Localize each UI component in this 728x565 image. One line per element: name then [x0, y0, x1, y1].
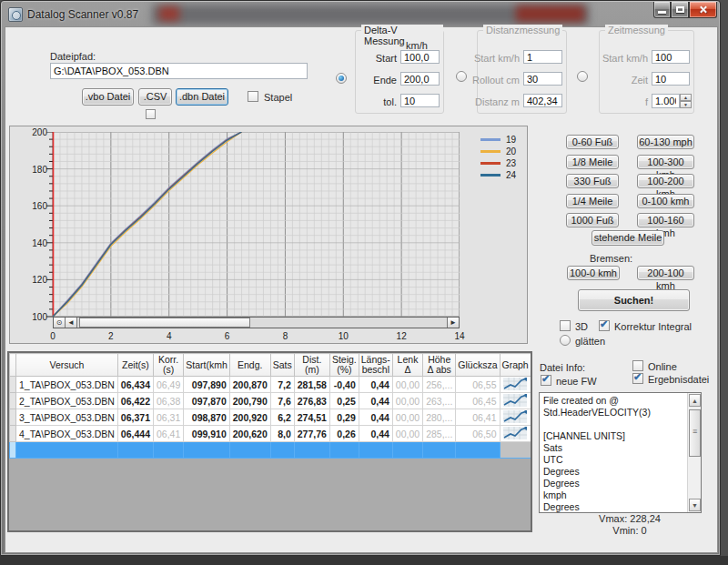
- column-header-lenk-[interactable]: Lenk Δ: [392, 354, 422, 377]
- dateipfad-input[interactable]: [50, 63, 308, 79]
- extra-checkbox[interactable]: [146, 109, 156, 119]
- speed-chart[interactable]: [46, 132, 460, 318]
- brake-200-100-button[interactable]: 200-100 kmh: [637, 266, 694, 280]
- cell-earth[interactable]: htt...: [531, 377, 532, 393]
- cell-start-empty: [184, 442, 230, 459]
- column-header-korr-s-[interactable]: Korr.(s): [153, 354, 183, 377]
- neue-fw-checkbox[interactable]: [541, 375, 551, 386]
- spinner-up-icon[interactable]: ▲: [680, 94, 692, 101]
- suchen-button[interactable]: Suchen!: [578, 289, 690, 311]
- tol-input[interactable]: [400, 94, 440, 107]
- graph-icon[interactable]: [503, 410, 527, 423]
- scroll-down-icon[interactable]: ▼: [689, 499, 701, 511]
- selected-empty-row[interactable]: [10, 442, 533, 459]
- row-selector[interactable]: [10, 426, 16, 442]
- table-row[interactable]: 3_TA\PBOX_053.DBN06,37106,31098,870200,9…: [10, 409, 533, 426]
- korrektur-checkbox[interactable]: [599, 320, 610, 331]
- row-selector[interactable]: [10, 409, 16, 426]
- y-tick-label: 140: [22, 238, 47, 248]
- brake-100-0-button[interactable]: 100-0 kmh: [567, 266, 620, 280]
- 3d-checkbox[interactable]: [560, 320, 571, 331]
- table-row[interactable]: 4_TA\PBOX_053.DBN06,44406,41099,910200,6…: [10, 426, 533, 442]
- measure-button-0-60-fu-[interactable]: 0-60 Fuß: [566, 135, 619, 149]
- glaetten-radio[interactable]: [560, 335, 571, 346]
- zeit-input[interactable]: [652, 72, 690, 86]
- measure-button-0-100-kmh[interactable]: 0-100 kmh: [637, 194, 694, 208]
- x-tick-label: 12: [388, 331, 415, 341]
- measure-button-1-4-meile[interactable]: 1/4 Meile: [566, 194, 619, 208]
- cell-endg: 200,870: [229, 377, 270, 393]
- dateipfad-label: Dateipfad:: [50, 51, 96, 62]
- scroll-thumb[interactable]: [689, 409, 701, 457]
- chart-scroll-left-icon[interactable]: ◄: [66, 318, 77, 328]
- distanz-start-input[interactable]: [523, 50, 562, 64]
- vbo-datei-button[interactable]: .vbo Datei: [82, 88, 134, 106]
- minimize-button[interactable]: [653, 2, 671, 18]
- cell-zeit: 06,444: [117, 426, 153, 442]
- column-header-h-he-abs[interactable]: Höhe Δ abs: [423, 354, 456, 377]
- stapel-checkbox[interactable]: [248, 91, 258, 102]
- measure-button-100-160-kmh[interactable]: 100-160 kmh: [637, 213, 694, 227]
- csv-button[interactable]: .CSV: [138, 88, 172, 106]
- cell-glueck: 06,50: [456, 426, 500, 442]
- cell-earth[interactable]: htt...: [531, 393, 532, 409]
- graph-icon[interactable]: [503, 394, 527, 407]
- measure-button-1-8-meile[interactable]: 1/8 Meile: [566, 155, 619, 169]
- ergebnisdatei-checkbox[interactable]: [632, 373, 643, 384]
- results-table[interactable]: VersuchZeit(s)Korr.(s)Start(kmhEndg.Sats…: [9, 353, 532, 459]
- row-selector[interactable]: [10, 442, 16, 459]
- cell-earth[interactable]: htt...: [531, 426, 532, 442]
- chart-scroll-right-icon[interactable]: ►: [447, 318, 459, 328]
- measure-button-100-300-kmh[interactable]: 100-300 kmh: [637, 155, 694, 169]
- zeit-mode-radio[interactable]: [577, 71, 588, 82]
- distanz-mode-radio[interactable]: [456, 71, 467, 82]
- measure-button-330-fu-[interactable]: 330 Fuß: [566, 174, 619, 188]
- row-selector[interactable]: [10, 393, 16, 409]
- chart-scrollbar[interactable]: ⊙ ◄ ►: [53, 317, 460, 328]
- online-checkbox[interactable]: [632, 360, 643, 371]
- f-spinner[interactable]: ▲ ▼: [680, 94, 692, 108]
- measure-button-1000-fu-[interactable]: 1000 Fuß: [566, 213, 619, 227]
- deltav-mode-radio[interactable]: [336, 73, 347, 84]
- column-header-graph[interactable]: Graph: [500, 354, 531, 377]
- cell-graph[interactable]: [500, 426, 531, 442]
- column-header-gl-cksza[interactable]: Glücksza: [456, 354, 500, 377]
- column-header-endg-[interactable]: Endg.: [229, 354, 270, 377]
- column-header-zeit-s-[interactable]: Zeit(s): [117, 354, 153, 377]
- chart-zoom-reset-icon[interactable]: ⊙: [54, 318, 66, 328]
- table-row[interactable]: 1_TA\PBOX_053.DBN06,43406,49097,890200,8…: [10, 377, 533, 393]
- dbn-datei-button[interactable]: .dbn Datei: [176, 88, 228, 106]
- cell-graph[interactable]: [500, 393, 531, 409]
- spinner-down-icon[interactable]: ▼: [680, 101, 692, 108]
- stehende-meile-button[interactable]: stehende Meile: [592, 230, 664, 246]
- title-bar[interactable]: Datalog Scanner v0.87: [2, 2, 720, 26]
- column-header-start-kmh[interactable]: Start(kmh: [184, 354, 230, 377]
- graph-icon[interactable]: [503, 427, 527, 439]
- scroll-up-icon[interactable]: ▲: [689, 394, 701, 407]
- maximize-button[interactable]: [671, 2, 689, 18]
- rollout-input[interactable]: [523, 72, 562, 86]
- measure-button-60-130-mph[interactable]: 60-130 mph: [637, 135, 694, 149]
- column-header-steig-[interactable]: Steig.(%): [329, 354, 359, 377]
- column-header-earth[interactable]: Earth: [531, 354, 532, 377]
- file-header-listbox[interactable]: File created on @Std.HeaderVELOCITY(3) […: [539, 392, 702, 513]
- table-row[interactable]: 2_TA\PBOX_053.DBN06,42206,38097,870200,7…: [10, 393, 533, 409]
- chart-scroll-thumb[interactable]: [79, 318, 250, 328]
- graph-icon[interactable]: [503, 378, 527, 390]
- column-header-versuch[interactable]: Versuch: [16, 354, 118, 377]
- column-header-l-ngs--beschl[interactable]: Längs- beschl: [359, 354, 392, 377]
- ende-input[interactable]: [400, 72, 440, 86]
- zeit-start-input[interactable]: [652, 50, 690, 64]
- column-header-dist-m-[interactable]: Dist.(m): [294, 354, 329, 377]
- start-input[interactable]: [400, 50, 440, 64]
- column-header-sats[interactable]: Sats: [270, 354, 294, 377]
- close-button[interactable]: [689, 2, 717, 18]
- cell-earth[interactable]: htt...: [531, 409, 532, 426]
- row-selector[interactable]: [10, 377, 16, 393]
- listbox-scrollbar[interactable]: ▲ ▼: [687, 393, 701, 512]
- distanz-m-input[interactable]: [523, 94, 562, 107]
- measure-button-100-200-kmh[interactable]: 100-200 kmh: [637, 174, 694, 188]
- cell-graph[interactable]: [500, 377, 531, 393]
- cell-graph[interactable]: [500, 409, 531, 426]
- f-input[interactable]: [652, 94, 680, 108]
